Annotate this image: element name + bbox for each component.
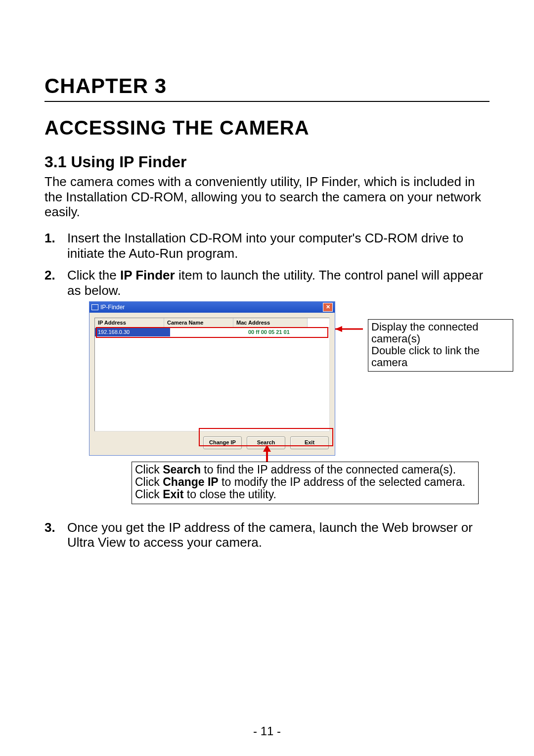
col-mac[interactable]: Mac Address (233, 318, 308, 328)
list-header: IP Address Camera Name Mac Address (95, 318, 329, 328)
page-number: - 11 - (0, 724, 534, 738)
arrow-right (335, 321, 367, 336)
window-titlebar: IP-Finder ✕ (89, 302, 335, 313)
callout-right-line2: Double click to link the camera (371, 344, 480, 369)
callout-right: Display the connected camera(s) Double c… (368, 319, 513, 372)
step-1-text: Insert the Installation CD-ROM into your… (67, 231, 463, 261)
step-1: Insert the Installation CD-ROM into your… (44, 231, 490, 261)
app-icon (91, 304, 98, 310)
ipfinder-figure: IP-Finder ✕ IP Address Camera Name Mac A… (89, 301, 490, 509)
change-ip-button[interactable]: Change IP (203, 436, 242, 449)
chapter-title: ACCESSING THE CAMERA (44, 117, 490, 139)
close-icon: ✕ (326, 304, 330, 310)
col-name[interactable]: Camera Name (164, 318, 233, 328)
svg-marker-2 (263, 445, 271, 452)
window-body: IP Address Camera Name Mac Address 192.1… (89, 313, 335, 455)
window-title: IP-Finder (100, 304, 125, 311)
cell-mac: 00 ff 00 05 21 01 (245, 328, 325, 336)
step-2: Click the IP Finder item to launch the u… (44, 268, 490, 509)
ipfinder-window: IP-Finder ✕ IP Address Camera Name Mac A… (89, 301, 335, 456)
svg-marker-1 (335, 326, 342, 332)
step-2-bold: IP Finder (120, 268, 175, 283)
cell-name (170, 328, 245, 336)
callout-right-line1: Display the connected camera(s) (371, 321, 478, 345)
intro-paragraph: The camera comes with a conveniently uti… (44, 174, 490, 220)
cell-ip: 192.168.0.30 (95, 328, 170, 336)
callout-bottom: Click Search to find the IP address of t… (132, 462, 479, 504)
section-heading: 3.1 Using IP Finder (44, 153, 490, 171)
step-2-pre: Click the (67, 268, 120, 283)
list-row-1[interactable]: 192.168.0.30 00 ff 00 05 21 01 (95, 328, 329, 336)
step-3: Once you get the IP address of the camer… (44, 520, 490, 550)
col-ip[interactable]: IP Address (95, 318, 164, 328)
chapter-label: CHAPTER 3 (44, 74, 167, 97)
camera-list[interactable]: IP Address Camera Name Mac Address 192.1… (94, 318, 330, 431)
exit-button[interactable]: Exit (290, 436, 329, 449)
step-3-text: Once you get the IP address of the camer… (67, 520, 473, 550)
chapter-heading: CHAPTER 3 (44, 74, 490, 102)
close-button[interactable]: ✕ (323, 303, 333, 312)
button-row: Change IP Search Exit (94, 436, 330, 449)
